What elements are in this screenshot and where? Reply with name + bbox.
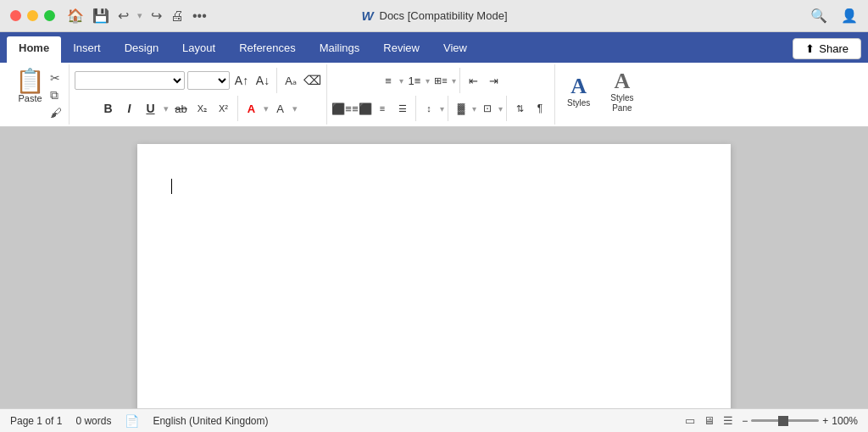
word-count: 0 words [75,415,111,427]
zoom-out-icon[interactable]: − [742,415,748,427]
share-icon: ⬆ [805,42,815,55]
clear-format-button[interactable]: ⌫ [303,71,321,90]
styles-button[interactable]: A Styles [560,73,597,110]
minimize-button[interactable] [27,10,38,21]
undo-icon[interactable]: ↩ [118,8,129,24]
change-case-button[interactable]: Aₐ [281,71,300,90]
print-icon[interactable]: 🖨 [170,8,184,24]
tab-mailings[interactable]: Mailings [308,36,372,63]
para-sep-3 [448,96,448,121]
highlight-button[interactable]: A [271,99,290,118]
shading-button[interactable]: ▓ [452,99,470,118]
search-icon[interactable]: 🔍 [810,8,827,24]
para-row-1: ≡ ▾ 1≡ ▾ ⊞≡ ▾ ⇤ ⇥ [379,68,503,93]
paste-icon: 📋 [15,69,45,93]
align-center-button[interactable]: ≡⬛ [353,99,371,118]
increase-indent-button[interactable]: ⇥ [484,71,503,90]
copy-icon[interactable]: ⧉ [50,88,62,102]
share-button[interactable]: ⬆ Share [793,38,861,59]
highlight-dropdown[interactable]: ▾ [292,103,298,114]
close-button[interactable] [10,10,21,21]
font-name-select[interactable] [75,71,185,90]
para-sep-4 [506,96,507,121]
cut-icon[interactable]: ✂ [50,71,62,85]
paste-group: 📋 Paste ✂ ⧉ 🖌 [3,64,70,125]
paragraph-group: ≡ ▾ 1≡ ▾ ⊞≡ ▾ ⇤ ⇥ ⬛≡ ≡⬛ ≡ ☰ ↕ ▾ ▓ ▾ ⊡ ▾ … [327,64,555,125]
multilevel-dropdown[interactable]: ▾ [452,76,456,86]
proofing-icon[interactable]: 📄 [125,414,139,428]
tab-layout[interactable]: Layout [170,36,227,63]
save-icon[interactable]: 💾 [92,8,109,24]
number-list-button[interactable]: 1≡ [405,71,424,90]
title-bar: 🏠 💾 ↩ ▾ ↪ 🖨 ••• W Docs [Compatibility Mo… [0,0,868,32]
font-group: A↑ A↓ Aₐ ⌫ B I U ▾ ab X₂ X² A ▾ A ▾ [70,64,327,125]
bold-button[interactable]: B [99,99,118,118]
text-cursor [171,179,172,194]
para-row-2: ⬛≡ ≡⬛ ≡ ☰ ↕ ▾ ▓ ▾ ⊡ ▾ ⇅ ¶ [332,96,549,121]
italic-button[interactable]: I [120,99,139,118]
show-marks-button[interactable]: ¶ [531,99,549,118]
styles-pane-button[interactable]: A Styles Pane [604,68,640,115]
font-color-dropdown[interactable]: ▾ [264,103,269,114]
zoom-in-icon[interactable]: + [822,415,828,427]
styles-icon: A [570,75,587,97]
separator-1 [276,68,277,93]
format-painter-icon[interactable]: 🖌 [50,106,62,119]
language[interactable]: English (United Kingdom) [153,415,268,427]
view-print-icon[interactable]: ▭ [685,414,695,427]
document-page[interactable] [137,144,731,408]
tab-review[interactable]: Review [371,36,431,63]
redo-icon[interactable]: ↪ [151,8,162,24]
bullet-dropdown[interactable]: ▾ [399,76,403,86]
borders-dropdown[interactable]: ▾ [498,104,503,114]
styles-pane-icon: A [614,70,630,92]
home-icon[interactable]: 🏠 [67,8,84,24]
tab-references[interactable]: References [227,36,307,63]
underline-dropdown[interactable]: ▾ [164,103,169,114]
underline-button[interactable]: U [142,99,160,118]
align-right-button[interactable]: ≡ [373,99,392,118]
line-spacing-button[interactable]: ↕ [420,99,438,118]
subscript-button[interactable]: X₂ [193,99,212,118]
word-icon: W [361,9,375,23]
decrease-font-button[interactable]: A↓ [253,71,272,90]
more-icon[interactable]: ••• [192,8,207,24]
superscript-button[interactable]: X² [214,99,233,118]
zoom-slider[interactable] [751,419,819,422]
font-color-button[interactable]: A [242,99,261,118]
paste-button[interactable]: 📋 Paste [10,68,50,105]
strikethrough-button[interactable]: ab [172,99,191,118]
maximize-button[interactable] [44,10,55,21]
document-area[interactable] [0,127,868,408]
increase-font-button[interactable]: A↑ [232,71,251,90]
decrease-indent-button[interactable]: ⇤ [464,71,482,90]
sort-button[interactable]: ⇅ [510,99,529,118]
justify-button[interactable]: ☰ [393,99,412,118]
para-sep-2 [415,96,416,121]
view-web-icon[interactable]: 🖥 [704,414,715,427]
tab-view[interactable]: View [431,36,479,63]
zoom-control: − + 100% [742,415,858,427]
borders-button[interactable]: ⊡ [478,99,497,118]
tab-design[interactable]: Design [113,36,170,63]
undo-chevron[interactable]: ▾ [137,10,142,21]
number-dropdown[interactable]: ▾ [426,76,430,86]
status-bar: Page 1 of 1 0 words 📄 English (United Ki… [0,408,868,432]
ribbon-tabs: Home Insert Design Layout References Mai… [0,32,868,63]
view-outline-icon[interactable]: ☰ [723,414,733,427]
align-left-button[interactable]: ⬛≡ [332,99,351,118]
separator-2 [237,96,238,121]
spacing-dropdown[interactable]: ▾ [440,104,444,114]
shading-dropdown[interactable]: ▾ [472,104,476,114]
para-sep-1 [459,68,460,93]
tab-home[interactable]: Home [7,36,61,63]
window-title: W Docs [Compatibility Mode] [361,9,508,23]
profile-icon[interactable]: 👤 [841,8,858,24]
styles-pane-label: Styles [610,93,633,102]
styles-pane-label2: Pane [612,103,632,113]
multilevel-list-button[interactable]: ⊞≡ [431,71,450,90]
tab-insert[interactable]: Insert [61,36,113,63]
font-size-select[interactable] [187,71,230,90]
bullet-list-button[interactable]: ≡ [379,71,398,90]
styles-group: A Styles A Styles Pane [555,64,645,125]
